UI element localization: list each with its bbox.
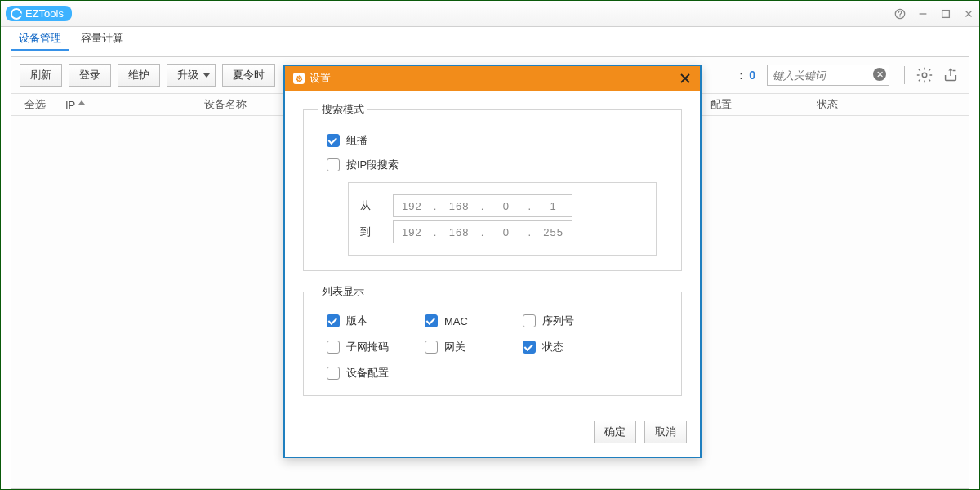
dst-button[interactable]: 夏令时 <box>222 64 275 87</box>
fieldset-search-mode: 搜索模式 组播 按IP段搜索 从 192. 168. 0. <box>303 102 682 271</box>
col-status[interactable]: 状态 <box>812 97 910 112</box>
dialog-close-icon[interactable] <box>679 72 692 85</box>
checkbox-mac[interactable] <box>425 314 438 327</box>
svg-point-6 <box>922 73 927 78</box>
chevron-down-icon <box>203 74 210 78</box>
cancel-button[interactable]: 取消 <box>644 421 687 443</box>
ip-from-input[interactable]: 192. 168. 0. 1 <box>393 194 572 217</box>
col-config[interactable]: 配置 <box>706 97 812 112</box>
label-version: 版本 <box>346 314 368 328</box>
label-from: 从 <box>360 198 380 213</box>
search-wrap: ✕ <box>767 65 889 86</box>
legend-search-mode: 搜索模式 <box>318 102 368 117</box>
tab-capacity-calc[interactable]: 容量计算 <box>73 26 131 51</box>
login-button[interactable]: 登录 <box>69 64 111 87</box>
minimize-icon[interactable] <box>917 8 929 20</box>
maximize-icon[interactable] <box>940 8 951 20</box>
dialog-footer: 确定 取消 <box>285 412 700 457</box>
colon-label: : <box>740 69 743 82</box>
gear-icon: ⚙ <box>293 73 305 84</box>
app-brand: EZTools <box>6 6 72 21</box>
ip-range-box: 从 192. 168. 0. 1 到 192. 168. <box>348 182 657 256</box>
tab-device-management[interactable]: 设备管理 <box>11 26 69 51</box>
upgrade-label: 升级 <box>177 68 198 82</box>
refresh-button[interactable]: 刷新 <box>20 64 62 87</box>
settings-dialog: ⚙ 设置 搜索模式 组播 按IP段搜索 从 <box>283 65 702 458</box>
label-mac: MAC <box>444 315 468 327</box>
checkbox-multicast[interactable] <box>327 134 340 147</box>
checkbox-serial[interactable] <box>523 314 536 327</box>
col-select-all[interactable]: 全选 <box>20 97 60 112</box>
label-serial: 序列号 <box>542 314 574 328</box>
col-ip[interactable]: IP <box>60 99 199 111</box>
label-status: 状态 <box>542 340 564 354</box>
maintain-button[interactable]: 维护 <box>118 64 160 87</box>
label-gateway: 网关 <box>444 340 466 354</box>
app-window: EZTools 设备管理 容量计算 刷新 登录 维护 升级 夏令时 : 0 <box>0 0 980 490</box>
app-logo-icon <box>11 8 22 20</box>
label-to: 到 <box>360 225 380 239</box>
dialog-body: 搜索模式 组播 按IP段搜索 从 192. 168. 0. <box>285 91 700 412</box>
label-subnet: 子网掩码 <box>346 340 389 354</box>
clear-search-icon[interactable]: ✕ <box>873 68 886 81</box>
export-icon[interactable] <box>941 65 960 85</box>
tabs-row: 设备管理 容量计算 <box>1 27 979 51</box>
checkbox-subnet[interactable] <box>327 341 340 354</box>
help-icon[interactable] <box>894 8 906 20</box>
dialog-title: 设置 <box>310 71 331 86</box>
label-device-config: 设备配置 <box>346 366 389 381</box>
checkbox-status[interactable] <box>523 341 536 354</box>
legend-list-display: 列表显示 <box>318 284 368 299</box>
checkbox-ip-range[interactable] <box>327 158 340 172</box>
label-ip-range: 按IP段搜索 <box>346 158 399 172</box>
svg-point-1 <box>899 16 900 16</box>
dialog-titlebar: ⚙ 设置 <box>285 66 700 91</box>
toolbar-divider <box>904 66 905 84</box>
titlebar-controls <box>894 8 974 20</box>
fieldset-list-display: 列表显示 版本 MAC 序列号 子网掩码 网关 状态 设备配置 <box>303 284 682 396</box>
checkbox-version[interactable] <box>327 314 340 327</box>
app-name: EZTools <box>25 7 64 20</box>
ip-to-input[interactable]: 192. 168. 0. 255 <box>393 220 572 243</box>
checkbox-device-config[interactable] <box>327 367 340 380</box>
checkbox-gateway[interactable] <box>425 341 438 354</box>
search-input[interactable] <box>767 65 889 86</box>
titlebar: EZTools <box>1 1 979 27</box>
close-icon[interactable] <box>963 8 974 20</box>
upgrade-button[interactable]: 升级 <box>167 64 216 87</box>
settings-icon[interactable] <box>915 65 934 85</box>
label-multicast: 组播 <box>346 133 368 148</box>
device-count: 0 <box>749 69 755 82</box>
svg-rect-3 <box>942 10 950 17</box>
ok-button[interactable]: 确定 <box>594 421 636 443</box>
